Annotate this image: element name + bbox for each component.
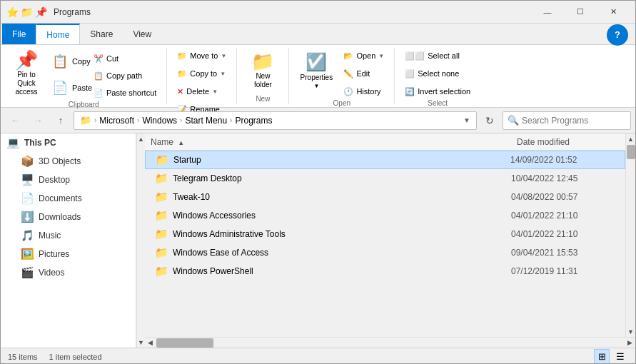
open-icon: 📂 — [343, 51, 353, 61]
this-pc-icon: 💻 — [6, 136, 20, 149]
invert-label: Invert selection — [418, 87, 470, 96]
copy-path-button[interactable]: 📋 Copy path — [89, 68, 161, 84]
select-all-button[interactable]: ⬜⬜ Select all — [400, 48, 475, 64]
downloads-icon: ⬇️ — [21, 211, 34, 223]
sidebar-item-downloads[interactable]: ⬇️ Downloads — [1, 208, 136, 226]
file-row-telegram[interactable]: 📁 Telegram Desktop 10/04/2022 12:45 — [145, 169, 625, 188]
pictures-label: Pictures — [39, 249, 69, 259]
properties-button[interactable]: ☑️ Properties ▼ — [295, 48, 338, 93]
videos-label: Videos — [39, 268, 64, 278]
file-row-win-admin[interactable]: 📁 Windows Administrative Tools 04/01/202… — [145, 225, 625, 243]
history-button[interactable]: 🕐 History — [339, 84, 388, 99]
edit-button[interactable]: ✏️ Edit — [339, 66, 388, 81]
h-scroll-right[interactable]: ▶ — [625, 338, 635, 348]
minimize-button[interactable]: — — [531, 1, 564, 24]
paste-shortcut-icon: 📄 — [94, 89, 104, 98]
sidebar-item-pictures[interactable]: 🖼️ Pictures — [1, 245, 136, 263]
close-button[interactable]: ✕ — [597, 1, 630, 24]
sidebar-item-desktop[interactable]: 🖥️ Desktop — [1, 171, 136, 189]
search-bar[interactable]: 🔍 — [503, 111, 631, 130]
select-all-icon: ⬜⬜ — [405, 51, 425, 61]
file-row-win-powershell[interactable]: 📁 Windows PowerShell 07/12/2019 11:31 — [145, 262, 625, 280]
file-list-scroll-area: Name ▲ Date modified 📁 Startup 14/09/202… — [145, 133, 635, 337]
open-buttons: ☑️ Properties ▼ 📂 Open ▼ ✏️ Edit 🕐 Histo… — [295, 48, 388, 99]
tab-file[interactable]: File — [2, 24, 36, 44]
file-name-ease: Windows Ease of Access — [173, 248, 511, 258]
col-name-label: Name — [151, 137, 173, 147]
select-none-button[interactable]: ⬜ Select none — [400, 66, 475, 81]
invert-selection-button[interactable]: 🔄 Invert selection — [400, 84, 475, 99]
file-date-telegram: 10/04/2022 12:45 — [511, 173, 625, 183]
delete-button[interactable]: ✕ Delete ▼ — [173, 84, 231, 99]
content-scroll-thumb[interactable] — [627, 145, 635, 159]
h-scroll-thumb[interactable] — [156, 338, 213, 348]
sidebar-item-3d-objects[interactable]: 📦 3D Objects — [1, 152, 136, 171]
file-list-header: Name ▲ Date modified — [145, 133, 625, 151]
sidebar-item-this-pc[interactable]: 💻 This PC — [1, 133, 136, 152]
select-none-icon: ⬜ — [405, 69, 415, 79]
refresh-button[interactable]: ↻ — [480, 111, 500, 131]
edit-icon: ✏️ — [343, 69, 353, 79]
maximize-button[interactable]: ☐ — [564, 1, 597, 24]
help-button[interactable]: ? — [607, 24, 628, 46]
details-view-button[interactable]: ⊞ — [594, 349, 610, 365]
breadcrumb-folder-icon: 📁 — [80, 115, 91, 126]
cut-button[interactable]: ✂️ Cut — [89, 51, 161, 66]
new-folder-button[interactable]: 📁 Newfolder — [243, 48, 283, 93]
tab-share[interactable]: Share — [80, 24, 123, 44]
breadcrumb-sep4: › — [230, 116, 232, 124]
desktop-icon: 🖥️ — [21, 173, 34, 186]
this-pc-label: This PC — [24, 138, 56, 148]
music-icon: 🎵 — [21, 229, 34, 242]
file-list: Name ▲ Date modified 📁 Startup 14/09/202… — [145, 133, 625, 337]
new-folder-icon: 📁 — [251, 52, 274, 71]
breadcrumb-bar[interactable]: 📁 › Microsoft › Windows › Start Menu › P… — [74, 111, 477, 130]
pictures-icon: 🖼️ — [21, 248, 34, 261]
pin-icon: 📌 — [15, 51, 38, 69]
copy-path-icon: 📋 — [94, 71, 104, 81]
sidebar-item-documents[interactable]: 📄 Documents — [1, 189, 136, 208]
file-row-win-ease[interactable]: 📁 Windows Ease of Access 09/04/2021 15:5… — [145, 243, 625, 262]
copy-button[interactable]: 📋 Copy — [48, 51, 88, 72]
file-row-win-accessories[interactable]: 📁 Windows Accessories 04/01/2022 21:10 — [145, 206, 625, 225]
move-to-button[interactable]: 📁 Move to ▼ — [173, 48, 231, 64]
ribbon-tabs: File Home Share View ? — [1, 24, 635, 45]
file-date-accessories: 04/01/2022 21:10 — [511, 211, 625, 221]
ribbon-content: 📌 Pin to Quickaccess 📋 Copy 📄 Paste ✂️ C… — [1, 45, 635, 108]
col-date-header[interactable]: Date modified — [511, 137, 625, 147]
file-row-startup[interactable]: 📁 Startup 14/09/2022 01:52 — [145, 151, 625, 169]
content-scroll-up[interactable]: ▲ — [625, 133, 635, 144]
paste-shortcut-button[interactable]: 📄 Paste shortcut — [89, 85, 161, 101]
delete-label: Delete — [186, 87, 209, 96]
select-col: ⬜⬜ Select all ⬜ Select none 🔄 Invert sel… — [400, 48, 475, 99]
move-icon: 📁 — [177, 51, 187, 61]
forward-button[interactable]: → — [28, 111, 48, 131]
open-dropdown-arrow: ▼ — [378, 53, 384, 59]
paste-button[interactable]: 📄 Paste — [48, 77, 88, 98]
pin-to-quick-access-button[interactable]: 📌 Pin to Quickaccess — [6, 48, 46, 99]
organize-buttons: 📁 Move to ▼ 📁 Copy to ▼ ✕ Delete ▼ 📝 Ren… — [173, 48, 231, 117]
file-row-tweak10[interactable]: 📁 Tweak-10 04/08/2022 00:57 — [145, 188, 625, 206]
file-name-startup: Startup — [173, 155, 510, 165]
app-icon-yellow: ⭐ — [6, 6, 18, 18]
breadcrumb-dropdown[interactable]: ▼ — [463, 116, 470, 124]
sidebar-item-music[interactable]: 🎵 Music — [1, 226, 136, 245]
up-button[interactable]: ↑ — [51, 111, 71, 131]
downloads-label: Downloads — [39, 212, 81, 222]
file-name-powershell: Windows PowerShell — [173, 266, 511, 276]
app-icon-blue: 📁 — [21, 6, 32, 18]
back-button[interactable]: ← — [5, 111, 25, 131]
h-scroll-left[interactable]: ◀ — [145, 338, 156, 348]
copyto-icon: 📁 — [177, 69, 187, 79]
status-bar: 15 items 1 item selected ⊞ ☰ — [1, 348, 635, 364]
tab-view[interactable]: View — [123, 24, 161, 44]
breadcrumb-startmenu: Start Menu — [185, 116, 227, 126]
search-input[interactable] — [522, 116, 629, 126]
open-button[interactable]: 📂 Open ▼ — [339, 48, 388, 64]
col-name-header[interactable]: Name ▲ — [145, 137, 511, 147]
sidebar-item-videos[interactable]: 🎬 Videos — [1, 263, 136, 282]
content-scroll-down[interactable]: ▼ — [625, 326, 635, 337]
tab-home[interactable]: Home — [36, 24, 80, 44]
list-view-button[interactable]: ☰ — [612, 349, 628, 365]
copy-to-button[interactable]: 📁 Copy to ▼ — [173, 66, 231, 81]
